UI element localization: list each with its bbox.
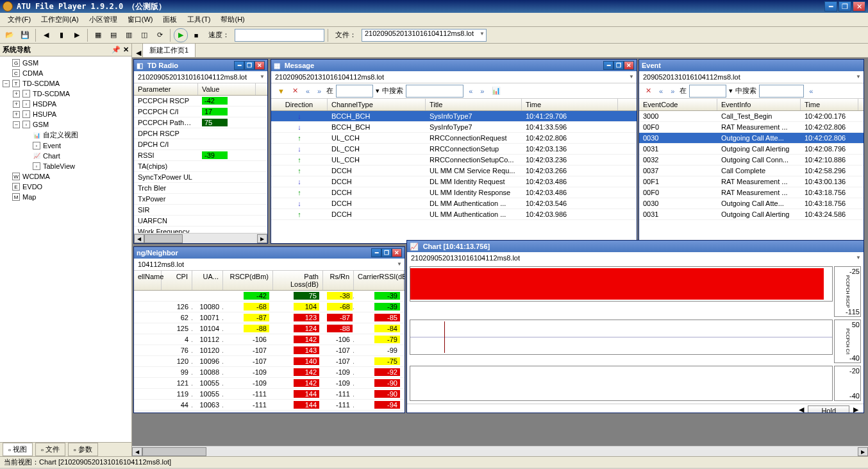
clear-icon[interactable]: ✕ [290,87,301,95]
stop-button[interactable]: ■ [189,28,203,42]
table-row[interactable]: UARFCN [134,216,267,226]
pin-icon[interactable]: 📌 [112,46,121,54]
table-row[interactable]: ↑DCCHUL MM Identity Response10:42:03.486 [271,187,637,198]
export-icon[interactable]: 📊 [489,87,503,95]
ev-clear-icon[interactable]: ✕ [643,87,654,95]
nb-max-button[interactable]: ❐ [381,248,392,257]
event-table[interactable]: EventCodeEventInfoTime3000Call_Test_Begi… [639,99,864,243]
bottom-tab[interactable]: ▫视图 [3,443,33,456]
ev-first-icon[interactable]: « [656,87,665,95]
table-row[interactable]: 0037Call Complete10:42:58.296 [639,166,864,176]
nb-close-button[interactable]: ✕ [392,248,402,257]
msg-min-button[interactable]: ━ [603,61,613,70]
chart-scroll-right-icon[interactable]: ▶ [853,405,858,413]
tdr-table[interactable]: ParameterValuePCCPCH RSCP-42PCCPCH C/I17… [134,83,267,233]
tb-nav3-icon[interactable]: ▶ [70,28,84,42]
menu-item[interactable]: 窗口(W) [122,13,158,26]
mdi-scroll-right-icon[interactable]: ▶ [858,447,868,456]
message-table[interactable]: DirectionChannelTypeTitleTime↓BCCH_BCHSy… [271,99,637,243]
table-row[interactable]: 12510104-88124-88-84 [134,323,405,334]
table-row[interactable]: 11910055-111144-111-90 [134,389,405,400]
table-row[interactable]: 9910088-109142-109-92 [134,367,405,378]
ev-prev-icon[interactable]: » [668,87,677,95]
menu-item[interactable]: 工作空间(A) [36,13,84,26]
table-row[interactable]: ↑DCCHUL MM CM Service Requ...10:42:03.26… [271,166,637,176]
tab-left-icon[interactable]: ◀ [135,49,142,57]
table-row[interactable]: 12610080-68104-68-39 [134,302,405,312]
table-row[interactable]: 00F0RAT Measurement ...10:43:18.756 [639,187,864,198]
table-row[interactable]: DPCH C/I [134,139,267,150]
table-row[interactable]: ↓DCCHDL MM Authentication ...10:42:03.54… [271,198,637,209]
menu-item[interactable]: 面板 [158,13,182,26]
nav-tree[interactable]: GGSMCCDMA−TTD-SCDMA+▫TD-SCDMA+▫HSDPA+▫HS… [0,56,131,442]
table-row[interactable]: ↓BCCH_BCHSysInfoType710:41:33.596 [271,122,637,133]
search-prev-icon[interactable]: « [466,87,475,95]
msg-file[interactable]: 2102090520131016104112ms8.lot [271,71,637,83]
close-button[interactable]: ✕ [853,1,865,12]
tree-node[interactable]: GGSM [1,58,130,68]
hold-button[interactable]: Hold [808,405,849,413]
msg-close-button[interactable]: ✕ [624,61,634,70]
table-row[interactable]: TA(chips) [134,161,267,172]
tb-open-icon[interactable]: 📂 [3,28,17,42]
msg-max-button[interactable]: ❐ [613,61,624,70]
tdr-max-button[interactable]: ❐ [244,61,255,70]
scroll-left-icon[interactable]: ◀ [134,234,144,243]
msg-search-input[interactable] [406,85,463,98]
table-row[interactable]: ↑DCCHUL MM Authentication ...10:42:03.98… [271,209,637,220]
tree-node[interactable]: CCDMA [1,68,130,78]
menu-item[interactable]: 文件(F) [3,13,36,26]
table-row[interactable]: RSSI-39 [134,150,267,161]
table-row[interactable]: 00F0RAT Measurement ...10:42:02.806 [639,122,864,133]
ev-search-input[interactable] [759,85,804,98]
table-row[interactable]: 12010096-107140-107-75 [134,356,405,367]
table-row[interactable]: DPCH RSCP [134,128,267,139]
tdr-close-button[interactable]: ✕ [255,61,265,70]
table-row[interactable]: -4275-38-39 [134,291,405,302]
table-row[interactable]: 0032Outgoing Call Conn...10:42:10.886 [639,155,864,166]
table-row[interactable]: 0030Outgoing Call Atte...10:43:18.756 [639,198,864,209]
chart-area[interactable]: -25PCCPCH RSCP-11550PCCPCH C/I-40-20-40 [407,264,864,404]
table-row[interactable]: 12110055-109142-109-90 [134,378,405,389]
tb-nav1-icon[interactable]: ◀ [39,28,53,42]
tree-node[interactable]: 📈Chart [1,151,130,161]
table-row[interactable]: 7610120-107143-107-99 [134,345,405,356]
table-row[interactable]: 410112-106142-106-79 [134,334,405,345]
panel-close-icon[interactable]: ✕ [123,46,129,54]
tree-node[interactable]: EEVDO [1,182,130,192]
table-row[interactable]: PCCPCH RSCP-42 [134,96,267,107]
search-next-icon[interactable]: » [478,87,487,95]
tb-layout1-icon[interactable]: ▦ [91,28,105,42]
tb-layout2-icon[interactable]: ▤ [106,28,121,42]
play-button[interactable]: ▶ [174,28,188,42]
table-row[interactable]: 3000Call_Test_Begin10:42:00.176 [639,111,864,122]
table-row[interactable]: ↓DCCHDL MM Identity Request10:42:03.486 [271,176,637,187]
bottom-tab[interactable]: ▫文件 [35,443,65,456]
msg-col-input[interactable] [336,85,373,98]
table-row[interactable]: SyncTxPower UL [134,172,267,183]
table-row[interactable]: 00F1RAT Measurement ...10:43:00.136 [639,176,864,187]
table-row[interactable]: Trch Bler [134,183,267,194]
tb-sync-icon[interactable]: ⟳ [153,28,167,42]
table-row[interactable]: PCCPCH C/I17 [134,107,267,117]
ev-col-input[interactable] [689,85,726,98]
tb-save-icon[interactable]: 💾 [18,28,32,42]
tree-node[interactable]: ▫Event [1,141,130,151]
scroll-right-icon[interactable]: ▶ [257,234,267,243]
table-row[interactable]: ↑UL_CCHRRCConnectionRequest10:42:02.806 [271,133,637,144]
first-icon[interactable]: « [303,87,312,95]
maximize-button[interactable]: ❐ [839,1,851,12]
ev-search-prev-icon[interactable]: « [806,87,815,95]
workspace-tab[interactable]: 新建工作页1 [142,44,196,57]
table-row[interactable]: ↑UL_CCHRRCConnectionSetupCo...10:42:03.2… [271,155,637,166]
speed-input[interactable] [235,29,324,42]
tree-node[interactable]: +▫TD-SCDMA [1,89,130,99]
nb-min-button[interactable]: ━ [371,248,381,257]
nb-file[interactable]: 104112ms8.lot [134,259,405,271]
tree-node[interactable]: ▫TableView [1,161,130,171]
table-row[interactable]: ↓BCCH_BCHSysInfoType710:41:29.706 [271,111,637,122]
table-row[interactable]: 0031Outgoing Call Alerting10:43:24.586 [639,209,864,220]
mdi-scroll-left-icon[interactable]: ◀ [132,447,142,456]
table-row[interactable]: 6210071-87123-87-85 [134,312,405,323]
table-row[interactable]: ↓DL_CCHRRCConnectionSetup10:42:03.136 [271,144,637,155]
